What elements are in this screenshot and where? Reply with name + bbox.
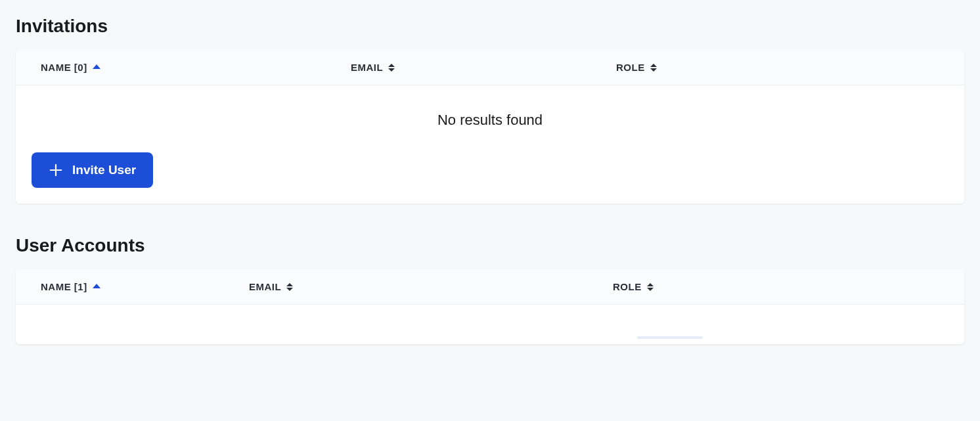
plus-icon [49, 163, 63, 177]
user-accounts-body [16, 305, 964, 344]
user-accounts-title: User Accounts [16, 235, 964, 256]
user-accounts-col-email-label: EMAIL [249, 281, 281, 292]
invitations-title: Invitations [16, 16, 964, 37]
invitations-col-role-label: ROLE [616, 62, 645, 73]
invitations-table-header: NAME [0] EMAIL ROLE [16, 50, 964, 85]
invitations-empty-body: No results found [16, 85, 964, 152]
invitations-empty-text: No results found [437, 112, 543, 129]
user-accounts-col-role[interactable]: ROLE [613, 281, 964, 292]
sort-both-icon [650, 64, 657, 72]
user-accounts-col-email[interactable]: EMAIL [249, 281, 613, 292]
user-accounts-col-role-label: ROLE [613, 281, 642, 292]
invitations-col-role[interactable]: ROLE [616, 62, 964, 73]
user-accounts-card: NAME [1] EMAIL ROLE [16, 269, 964, 344]
invitations-col-email[interactable]: EMAIL [351, 62, 616, 73]
invitations-col-name-label: NAME [0] [41, 62, 87, 73]
invitations-col-name[interactable]: NAME [0] [16, 62, 351, 73]
sort-both-icon [647, 283, 654, 291]
user-accounts-table-header: NAME [1] EMAIL ROLE [16, 269, 964, 305]
invite-user-button-label: Invite User [72, 163, 136, 177]
sort-both-icon [388, 64, 395, 72]
user-accounts-col-name-label: NAME [1] [41, 281, 87, 292]
user-accounts-col-name[interactable]: NAME [1] [16, 281, 249, 292]
loading-skeleton-bar [637, 336, 703, 339]
sort-both-icon [286, 283, 293, 291]
sort-asc-icon [93, 284, 100, 288]
sort-asc-icon [93, 64, 100, 69]
invitations-card: NAME [0] EMAIL ROLE No results found Inv… [16, 50, 964, 204]
invite-user-button[interactable]: Invite User [32, 152, 153, 188]
invitations-col-email-label: EMAIL [351, 62, 383, 73]
